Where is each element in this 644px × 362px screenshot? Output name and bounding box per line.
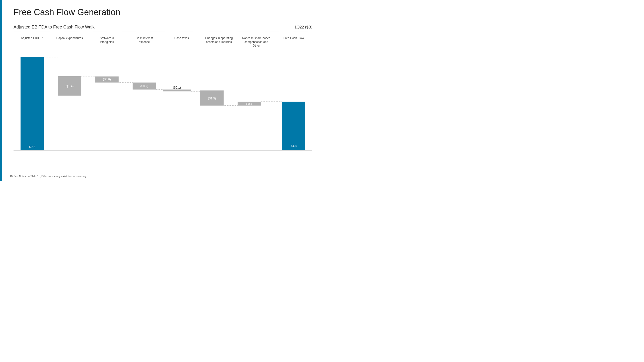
waterfall-chart: $9.2 ($1.9) ($0.6) ($0.7) ($0.1): [14, 51, 312, 154]
accent-bar: [0, 0, 2, 181]
col-header-capex: Capital expenditures: [51, 36, 88, 48]
bar-label-cash-taxes: ($0.1): [173, 86, 181, 89]
footnote-text: See Notes on Slide 11; Differences may e…: [14, 175, 86, 178]
section-title: Adjusted EBITDA to Free Cash Flow Walk: [14, 25, 94, 30]
bar-cash-taxes: [163, 89, 191, 91]
bar-label-capex: ($1.9): [66, 85, 74, 88]
col-header-cash-taxes: Cash taxes: [163, 36, 200, 48]
bar-label-fcf: $4.8: [290, 144, 296, 147]
bar-label-adj-ebitda: $9.2: [29, 145, 35, 149]
bar-label-cash-interest: ($0.7): [140, 84, 148, 88]
col-header-cash-interest: Cash interestexpense: [126, 36, 163, 48]
divider: [14, 32, 312, 32]
bar-adj-ebitda: [20, 57, 44, 150]
page-title: Free Cash Flow Generation: [14, 7, 312, 17]
col-header-fcf: Free Cash Flow: [275, 36, 312, 48]
section-period: 1Q22 ($B): [294, 25, 312, 29]
page: Free Cash Flow Generation Adjusted EBITD…: [0, 0, 322, 181]
page-number: 10: [10, 175, 12, 178]
bar-label-changes-op: ($1.5): [208, 97, 216, 100]
col-header-adj-ebitda: Adjusted EBITDA: [14, 36, 51, 48]
chart-area: Adjusted EBITDA Capital expenditures Sof…: [14, 36, 312, 155]
section-header: Adjusted EBITDA to Free Cash Flow Walk 1…: [14, 25, 312, 30]
col-header-software: Software &intangibles: [88, 36, 126, 48]
bar-label-noncash: $0.4: [246, 102, 252, 105]
col-header-noncash: Noncash share-basedcompensation andOther: [238, 36, 275, 48]
bar-label-software: ($0.6): [103, 78, 111, 81]
column-headers: Adjusted EBITDA Capital expenditures Sof…: [14, 36, 312, 48]
bar-fcf: [282, 102, 305, 150]
col-header-changes-op: Changes in operatingassets and liabiliti…: [200, 36, 238, 48]
